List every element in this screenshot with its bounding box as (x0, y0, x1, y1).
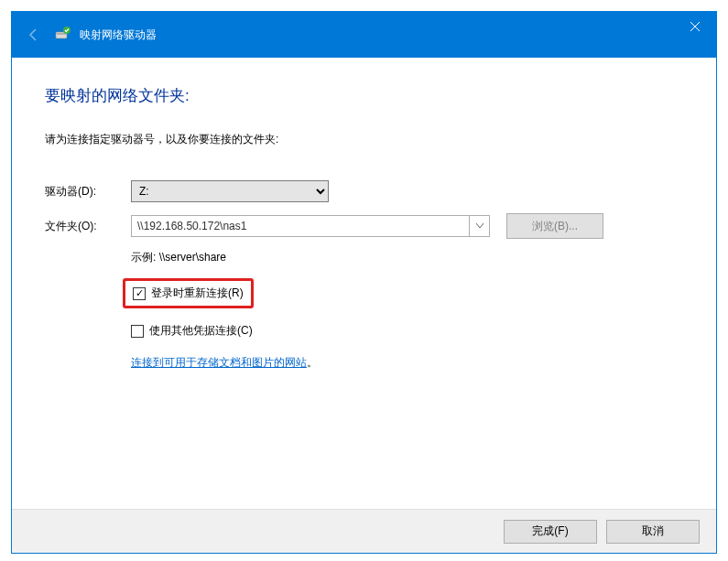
back-arrow-icon (21, 22, 47, 48)
folder-row: 文件夹(O): 浏览(B)... (45, 213, 674, 239)
folder-input[interactable] (131, 215, 470, 237)
svg-rect-1 (57, 33, 66, 35)
reconnect-wrapper: 登录时重新连接(R) (131, 278, 674, 319)
content-area: 要映射的网络文件夹: 请为连接指定驱动器号，以及你要连接的文件夹: 驱动器(D)… (12, 58, 716, 509)
drive-select[interactable]: Z: (131, 180, 329, 202)
titlebar: 映射网络驱动器 (12, 12, 716, 58)
example-text: 示例: \\server\share (131, 250, 674, 265)
other-creds-checkbox-row[interactable]: 使用其他凭据连接(C) (131, 319, 674, 342)
connect-website-link[interactable]: 连接到可用于存储文档和图片的网站 (131, 355, 307, 371)
drive-label: 驱动器(D): (45, 184, 131, 200)
reconnect-label: 登录时重新连接(R) (151, 286, 244, 301)
map-network-drive-window: 映射网络驱动器 要映射的网络文件夹: 请为连接指定驱动器号，以及你要连接的文件夹… (11, 11, 717, 554)
close-button[interactable] (674, 12, 716, 41)
reconnect-checkbox-row[interactable]: 登录时重新连接(R) (123, 278, 254, 308)
cancel-button[interactable]: 取消 (606, 520, 700, 544)
finish-button[interactable]: 完成(F) (504, 520, 597, 544)
instruction-text: 请为连接指定驱动器号，以及你要连接的文件夹: (45, 132, 674, 147)
other-creds-checkbox[interactable] (131, 325, 144, 338)
reconnect-checkbox[interactable] (133, 287, 146, 300)
page-heading: 要映射的网络文件夹: (45, 85, 674, 106)
drive-row: 驱动器(D): Z: (45, 180, 674, 202)
other-creds-label: 使用其他凭据连接(C) (149, 323, 253, 339)
footer: 完成(F) 取消 (12, 509, 716, 553)
browse-button: 浏览(B)... (506, 213, 603, 239)
window-title: 映射网络驱动器 (80, 27, 157, 43)
folder-dropdown-button[interactable] (470, 215, 490, 237)
network-drive-icon (54, 26, 72, 44)
link-suffix: 。 (307, 356, 318, 369)
folder-label: 文件夹(O): (45, 219, 131, 234)
link-row: 连接到可用于存储文档和图片的网站。 (131, 350, 674, 371)
